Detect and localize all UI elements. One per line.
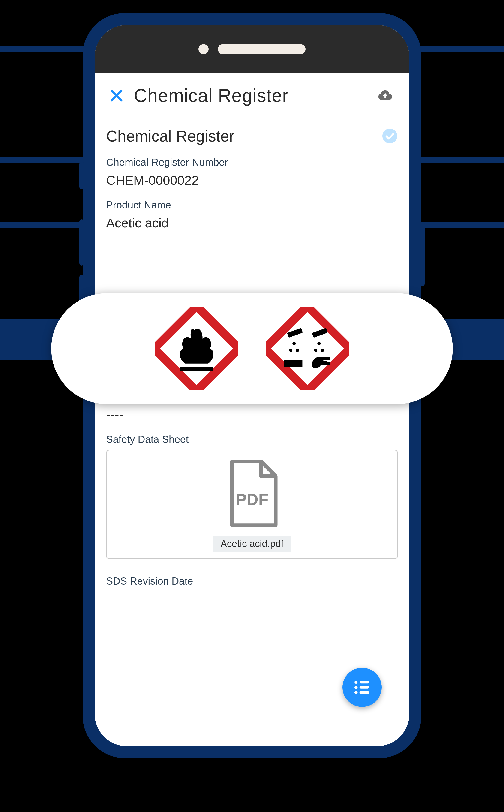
svg-rect-4 [360,686,369,689]
svg-rect-6 [360,691,369,694]
svg-point-15 [317,342,321,345]
svg-point-17 [314,348,317,352]
used-for-value: ---- [106,407,398,422]
register-number-label: Chemical Register Number [106,156,398,168]
cloud-upload-icon [375,87,396,104]
section-header: Chemical Register [106,127,398,145]
svg-point-13 [296,348,299,352]
sds-attachment[interactable]: PDF Acetic acid.pdf [106,450,398,559]
svg-rect-9 [266,307,349,390]
phone-notch [198,44,306,54]
svg-point-12 [292,342,296,345]
phone-side-button [79,219,84,265]
svg-rect-8 [180,367,213,371]
upload-button[interactable] [375,85,396,106]
sds-label: Safety Data Sheet [106,434,398,445]
product-name-label: Product Name [106,199,398,211]
app-header: Chemical Register [106,73,398,113]
phone-side-button [79,162,84,189]
check-circle-icon [382,128,398,144]
svg-point-16 [321,348,324,352]
svg-point-5 [354,691,358,694]
speaker-icon [218,44,306,54]
close-icon [108,87,125,104]
section-title: Chemical Register [106,127,234,145]
phone-side-button [420,222,425,286]
sds-revision-label: SDS Revision Date [106,575,398,587]
product-name-value: Acetic acid [106,215,398,230]
register-number-value: CHEM-0000022 [106,173,398,188]
list-fab-button[interactable] [342,668,382,707]
status-bar [95,25,409,73]
verified-badge [382,128,398,144]
list-icon [352,677,372,698]
page-title: Chemical Register [134,85,366,106]
svg-point-3 [354,686,358,689]
hazard-pictogram-overlay [51,293,453,404]
pdf-file-icon: PDF [224,460,280,529]
sds-filename: Acetic acid.pdf [213,536,290,552]
svg-rect-2 [360,681,369,683]
svg-point-0 [382,129,397,143]
close-button[interactable] [108,87,125,104]
svg-rect-18 [284,360,302,367]
camera-dot-icon [198,44,209,54]
svg-point-14 [289,348,292,352]
pdf-badge-text: PDF [236,491,268,509]
flammable-icon [155,307,238,390]
corrosive-icon [266,307,349,390]
svg-point-1 [354,681,358,684]
